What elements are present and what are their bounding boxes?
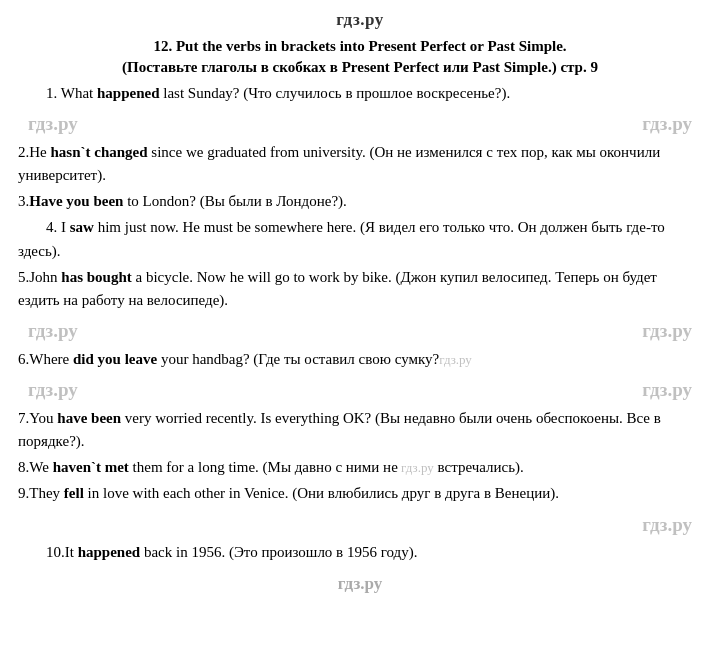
verb-7: have been xyxy=(57,410,121,426)
sentence-9: 9.They fell in love with each other in V… xyxy=(18,482,702,505)
watermark-row-2: гдз.ру гдз.ру xyxy=(18,316,702,345)
sentence-6: 6.Where did you leave your handbag? (Где… xyxy=(18,348,702,371)
task-title: 12. Put the verbs in brackets into Prese… xyxy=(18,36,702,78)
task-title-ru: (Поставьте глаголы в скобках в Present P… xyxy=(122,59,598,75)
watermark-row-4: x гдз.ру xyxy=(18,510,702,539)
verb-10: happened xyxy=(78,544,141,560)
sentence-1: 1. What happened last Sunday? (Что случи… xyxy=(18,82,702,105)
watermark-inline-8: гдз.ру xyxy=(398,460,434,475)
footer-watermark: гдз.ру xyxy=(18,574,702,594)
verb-3: Have you been xyxy=(29,193,123,209)
task-title-en: Put the verbs in brackets into Present P… xyxy=(176,38,567,54)
site-header: гдз.ру xyxy=(18,10,702,30)
sentence-8: 8.We haven`t met them for a long time. (… xyxy=(18,456,702,479)
watermark-inline-row1: воскресенье?). xyxy=(416,85,510,101)
watermark-row-1: гдз.ру гдз.ру xyxy=(18,109,702,138)
sentence-4: 4. I saw him just now. He must be somewh… xyxy=(18,216,702,263)
watermark-inline-6: гдз.ру xyxy=(439,352,472,367)
sentence-7: 7.You have been very worried recently. I… xyxy=(18,407,702,454)
verb-9: fell xyxy=(64,485,84,501)
content: 1. What happened last Sunday? (Что случи… xyxy=(18,82,702,564)
sentence-3: 3.Have you been to London? (Вы были в Ло… xyxy=(18,190,702,213)
verb-1: happened xyxy=(97,85,160,101)
watermark-row-3: гдз.ру гдз.ру xyxy=(18,375,702,404)
verb-5: has bought xyxy=(61,269,131,285)
sentence-2: 2.He hasn`t changed since we graduated f… xyxy=(18,141,702,188)
task-number: 12. xyxy=(153,38,172,54)
verb-2: hasn`t changed xyxy=(51,144,148,160)
sentence-5: 5.John has bought a bicycle. Now he will… xyxy=(18,266,702,313)
sentence-10: 10.It happened back in 1956. (Это произо… xyxy=(18,541,702,564)
verb-4: saw xyxy=(70,219,94,235)
verb-6: did you leave xyxy=(73,351,157,367)
verb-8: haven`t met xyxy=(53,459,129,475)
